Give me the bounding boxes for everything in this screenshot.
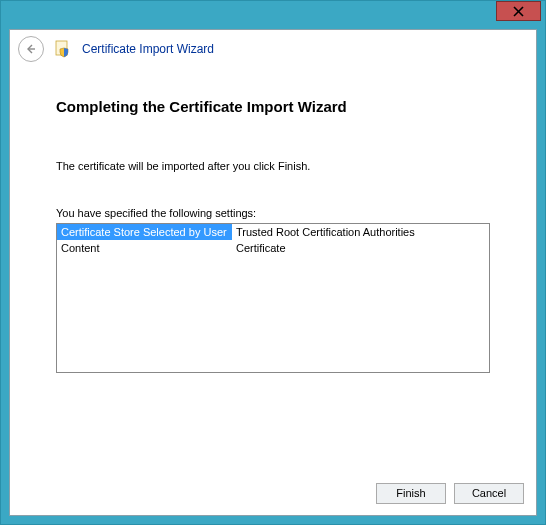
- settings-row[interactable]: Certificate Store Selected by User Trust…: [57, 224, 489, 240]
- settings-value: Certificate: [232, 240, 489, 256]
- wizard-header: Certificate Import Wizard: [10, 30, 536, 68]
- cancel-button[interactable]: Cancel: [454, 483, 524, 504]
- settings-key: Certificate Store Selected by User: [57, 224, 232, 240]
- wizard-window: Certificate Import Wizard Completing the…: [0, 0, 546, 525]
- wizard-footer: Finish Cancel: [10, 471, 536, 515]
- settings-value: Trusted Root Certification Authorities: [232, 224, 489, 240]
- settings-label: You have specified the following setting…: [56, 207, 490, 219]
- close-button[interactable]: [496, 1, 541, 21]
- wizard-title: Certificate Import Wizard: [82, 42, 214, 56]
- wizard-content: Completing the Certificate Import Wizard…: [10, 68, 536, 471]
- settings-row[interactable]: Content Certificate: [57, 240, 489, 256]
- settings-key: Content: [57, 240, 232, 256]
- settings-list[interactable]: Certificate Store Selected by User Trust…: [56, 223, 490, 373]
- titlebar: [1, 1, 545, 29]
- finish-button[interactable]: Finish: [376, 483, 446, 504]
- instruction-text: The certificate will be imported after y…: [56, 160, 490, 172]
- page-heading: Completing the Certificate Import Wizard: [56, 98, 490, 115]
- back-arrow-icon: [25, 43, 37, 55]
- back-button[interactable]: [18, 36, 44, 62]
- wizard-panel: Certificate Import Wizard Completing the…: [9, 29, 537, 516]
- certificate-shield-icon: [54, 40, 72, 58]
- close-icon: [513, 6, 524, 17]
